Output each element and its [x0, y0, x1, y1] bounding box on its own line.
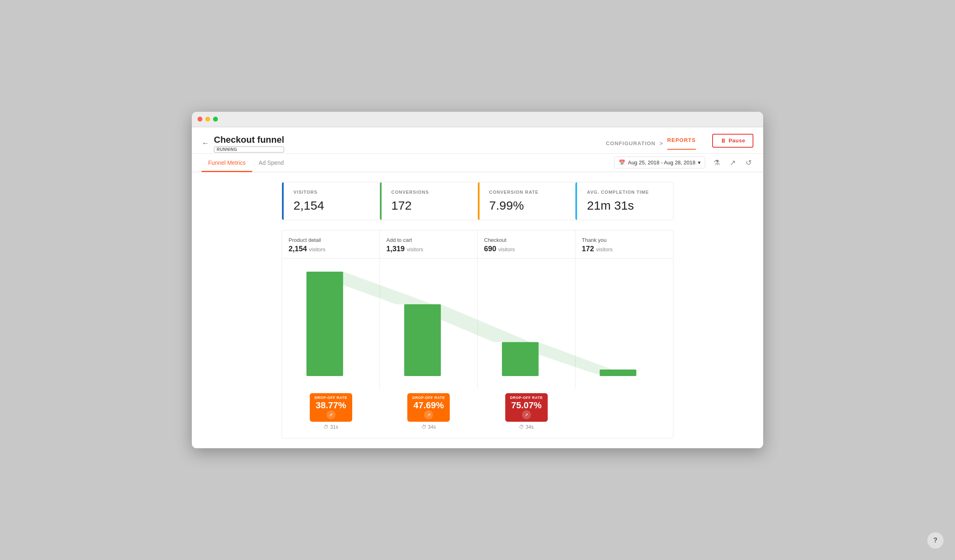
- metrics-row: VISITORS 2,154 CONVERSIONS 172 CONVERSIO…: [282, 182, 673, 220]
- breadcrumb-reports[interactable]: REPORTS: [667, 137, 696, 150]
- metric-conversions: CONVERSIONS 172: [380, 182, 478, 220]
- dropoff-cell-2: DROP-OFF RATE 47.69% ↗ ⏱ 34s: [380, 393, 478, 430]
- dropoff-label-1: DROP-OFF RATE: [315, 396, 347, 400]
- dropoff-arrow-3: ↗: [522, 410, 531, 419]
- metrics-section: VISITORS 2,154 CONVERSIONS 172 CONVERSIO…: [192, 172, 763, 220]
- breadcrumb-separator: >: [660, 140, 663, 146]
- dropoff-badge-2: DROP-OFF RATE 47.69% ↗: [407, 393, 450, 422]
- step-visitors-product-detail: 2,154 visitors: [289, 245, 373, 253]
- visitors-label: VISITORS: [293, 190, 370, 195]
- close-dot[interactable]: [198, 117, 202, 122]
- filter-icon[interactable]: ⚗: [712, 157, 722, 169]
- dropoff-badge-3: DROP-OFF RATE 75.07% ↗: [505, 393, 548, 422]
- step-visitors-checkout: 690 visitors: [484, 245, 569, 253]
- clock-icon-1: ⏱: [324, 424, 329, 430]
- maximize-dot[interactable]: [213, 117, 218, 122]
- avg-completion-accent: [575, 182, 577, 220]
- breadcrumb-config[interactable]: CONFIGURATION: [606, 140, 655, 146]
- main-content: ← Checkout funnel RUNNING CONFIGURATION …: [192, 127, 763, 448]
- page-title: Checkout funnel: [214, 135, 284, 145]
- help-button[interactable]: ?: [927, 532, 944, 549]
- dropoff-time-2: ⏱ 34s: [422, 424, 436, 430]
- tabs-bar: Funnel Metrics Ad Spend 📅 Aug 25, 2018 -…: [192, 154, 763, 172]
- title-area: Checkout funnel RUNNING: [214, 135, 284, 153]
- visitors-value: 2,154: [293, 199, 370, 212]
- dropoff-rate-1: 38.77%: [315, 401, 347, 410]
- bar-add-to-cart: [404, 304, 441, 376]
- breadcrumb: CONFIGURATION > REPORTS: [606, 137, 695, 150]
- dropoff-rate-3: 75.07%: [510, 401, 543, 410]
- clock-icon-2: ⏱: [422, 424, 426, 430]
- step-header-checkout: Checkout 690 visitors: [478, 230, 575, 258]
- pause-button[interactable]: ⏸ Pause: [712, 134, 753, 148]
- funnel-container: Product detail 2,154 visitors Add to car…: [282, 230, 673, 438]
- dropoff-time-1: ⏱ 31s: [324, 424, 338, 430]
- dropoff-cell-3: DROP-OFF RATE 75.07% ↗ ⏱ 34s: [478, 393, 575, 430]
- bar-thank-you: [600, 370, 636, 376]
- conversion-rate-accent: [478, 182, 480, 220]
- conversion-rate-value: 7.99%: [489, 199, 566, 212]
- step-visitors-add-to-cart: 1,319 visitors: [386, 245, 471, 253]
- refresh-icon[interactable]: ↺: [744, 157, 753, 169]
- dropoff-time-3: ⏱ 34s: [519, 424, 533, 430]
- dropoff-rate-2: 47.69%: [412, 401, 445, 410]
- dropoff-arrow-2: ↗: [424, 410, 433, 419]
- dropoff-cell-4: [575, 393, 673, 430]
- funnel-chart-area: [282, 259, 673, 389]
- visitors-accent: [282, 182, 284, 220]
- page-header: ← Checkout funnel RUNNING CONFIGURATION …: [192, 127, 763, 154]
- app-window: ← Checkout funnel RUNNING CONFIGURATION …: [192, 112, 763, 448]
- funnel-steps-header: Product detail 2,154 visitors Add to car…: [282, 230, 673, 259]
- funnel-chart-svg: [282, 259, 673, 389]
- step-name-thank-you: Thank you: [582, 237, 667, 243]
- back-button[interactable]: ←: [202, 139, 209, 148]
- step-name-product-detail: Product detail: [289, 237, 373, 243]
- dropoff-cell-1: DROP-OFF RATE 38.77% ↗ ⏱ 31s: [282, 393, 380, 430]
- date-picker[interactable]: 📅 Aug 25, 2018 - Aug 28, 2018 ▾: [614, 157, 705, 168]
- bar-checkout: [502, 342, 539, 376]
- conversions-value: 172: [391, 199, 468, 212]
- avg-completion-label: AVG. COMPLETION TIME: [587, 190, 663, 195]
- dropoff-row: DROP-OFF RATE 38.77% ↗ ⏱ 31s DROP-OFF RA…: [282, 389, 673, 438]
- metric-avg-completion: AVG. COMPLETION TIME 21m 31s: [575, 182, 673, 220]
- bar-product-detail: [306, 272, 343, 376]
- step-name-checkout: Checkout: [484, 237, 569, 243]
- metric-visitors: VISITORS 2,154: [282, 182, 380, 220]
- window-controls: [198, 117, 218, 122]
- pause-icon: ⏸: [720, 137, 726, 144]
- tab-ad-spend[interactable]: Ad Spend: [252, 154, 291, 172]
- dropoff-label-2: DROP-OFF RATE: [412, 396, 445, 400]
- dropoff-badge-1: DROP-OFF RATE 38.77% ↗: [310, 393, 352, 422]
- step-name-add-to-cart: Add to cart: [386, 237, 471, 243]
- step-header-product-detail: Product detail 2,154 visitors: [282, 230, 380, 258]
- avg-completion-value: 21m 31s: [587, 199, 663, 212]
- date-range-label: Aug 25, 2018 - Aug 28, 2018: [628, 159, 695, 166]
- share-icon[interactable]: ↗: [728, 157, 737, 169]
- conversions-label: CONVERSIONS: [391, 190, 468, 195]
- dropoff-label-3: DROP-OFF RATE: [510, 396, 543, 400]
- step-visitors-thank-you: 172 visitors: [582, 245, 667, 253]
- status-badge: RUNNING: [214, 146, 284, 153]
- metric-conversion-rate: CONVERSION RATE 7.99%: [478, 182, 576, 220]
- chevron-down-icon: ▾: [698, 159, 701, 166]
- titlebar: [192, 112, 763, 127]
- tabs-right-controls: 📅 Aug 25, 2018 - Aug 28, 2018 ▾ ⚗ ↗ ↺: [614, 157, 753, 169]
- conversion-rate-label: CONVERSION RATE: [489, 190, 566, 195]
- dropoff-arrow-1: ↗: [326, 410, 335, 419]
- step-header-thank-you: Thank you 172 visitors: [575, 230, 673, 258]
- tab-funnel-metrics[interactable]: Funnel Metrics: [202, 154, 252, 172]
- step-header-add-to-cart: Add to cart 1,319 visitors: [380, 230, 478, 258]
- conversions-accent: [380, 182, 382, 220]
- calendar-icon: 📅: [619, 159, 625, 166]
- minimize-dot[interactable]: [205, 117, 210, 122]
- funnel-section: Product detail 2,154 visitors Add to car…: [192, 220, 763, 448]
- clock-icon-3: ⏱: [519, 424, 524, 430]
